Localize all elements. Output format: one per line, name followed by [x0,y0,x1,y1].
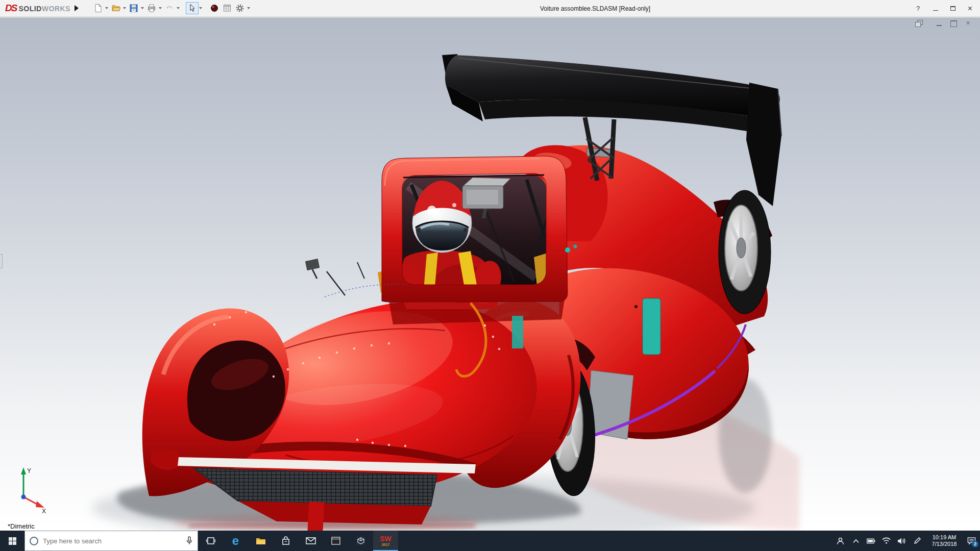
action-center-button[interactable]: 2 [967,537,976,545]
open-dropdown-icon[interactable] [123,7,126,9]
appearance-sphere-icon [210,4,219,13]
options-gear-icon [235,4,244,13]
volume-button[interactable] [897,537,906,545]
battery-icon [867,538,875,544]
document-window-controls: × [915,20,972,27]
system-tray: 10:19 AM 7/13/2018 2 [836,531,980,551]
select-tool-button[interactable] [186,2,199,14]
window-controls: ? × [911,0,977,17]
clock[interactable]: 10:19 AM 7/13/2018 [928,534,961,547]
cad-viewer-button[interactable] [348,531,373,551]
network-button[interactable] [882,537,891,545]
undo-dropdown-icon[interactable] [177,7,180,9]
notification-badge: 2 [972,541,978,547]
task-view-button[interactable] [198,531,223,551]
battery-button[interactable] [867,537,875,545]
search-input[interactable] [43,537,181,545]
clock-time: 10:19 AM [928,534,961,541]
task-view-icon [206,536,216,545]
main-toolbar [92,2,252,14]
open-folder-icon [111,4,120,13]
mail-button[interactable] [298,531,323,551]
clock-date: 7/13/2018 [928,541,961,547]
print-icon [147,4,156,13]
hidden-icons-button[interactable] [851,537,860,545]
maximize-icon [950,6,955,11]
print-dropdown-icon[interactable] [159,7,162,9]
orientation-triad: Y X [21,467,46,515]
speaker-icon [897,537,906,545]
design-table-icon [223,4,232,13]
cad-cube-icon [356,536,365,545]
brand-solid: SOLID [18,5,41,13]
wifi-icon [882,537,891,544]
menu-flyout-arrow-icon[interactable] [75,5,79,11]
solidworks-logo: DS SOLID WORKS [5,3,70,14]
people-icon [836,537,845,545]
console-window-icon [331,537,340,545]
pen-button[interactable] [913,537,921,545]
model-render-race-car[interactable]: Y X [0,17,980,531]
titlebar: DS SOLID WORKS [0,0,980,17]
options-button[interactable] [234,2,247,14]
start-button[interactable] [0,531,24,551]
solidworks-2017-icon: SW 2017 [380,535,391,546]
edge-icon: e [232,535,239,547]
taskbar-search[interactable] [24,531,198,551]
ds-logo-mark: DS [5,3,16,14]
console-app-button[interactable] [323,531,348,551]
people-button[interactable] [836,537,845,545]
taskbar: e SW 2017 [0,531,980,551]
window-title: Voiture assomblee.SLDASM [Read-only] [540,0,650,17]
chevron-up-icon [852,539,860,543]
select-cursor-icon [187,4,197,13]
design-table-button[interactable] [221,2,234,14]
appearance-button[interactable] [208,2,221,14]
minimize-icon [933,10,938,11]
microphone-icon[interactable] [186,536,193,545]
store-bag-icon [281,536,290,545]
undo-button[interactable] [163,2,176,14]
new-document-button[interactable] [92,2,105,14]
undo-icon [165,4,174,13]
left-pane-splitter-handle[interactable] [0,254,3,268]
close-button[interactable]: × [963,3,977,15]
mail-icon [306,537,316,545]
view-orientation-label: *Dimetric [8,522,35,530]
brand-works: WORKS [42,5,70,13]
windows-logo-icon [9,537,16,545]
triad-y-label: Y [27,467,31,474]
file-explorer-icon [256,537,266,545]
child-window-maximize-icon[interactable] [950,20,958,27]
pen-icon [913,537,921,545]
store-button[interactable] [273,531,298,551]
edge-button[interactable]: e [223,531,248,551]
save-button[interactable] [128,2,140,14]
new-dropdown-icon[interactable] [105,7,108,9]
triad-x-label: X [42,508,46,515]
minimize-button[interactable] [928,3,942,15]
help-button[interactable]: ? [911,3,925,15]
child-window-minimize-icon[interactable] [936,20,943,27]
print-button[interactable] [145,2,158,14]
maximize-button[interactable] [946,3,960,15]
cortana-icon [30,537,38,545]
new-document-icon [93,4,103,13]
child-window-restore-icon[interactable] [915,20,923,27]
save-dropdown-icon[interactable] [141,7,144,9]
graphics-area[interactable]: Y X × *Dimetric [0,17,980,531]
solidworks-2017-button[interactable]: SW 2017 [373,531,398,551]
open-button[interactable] [110,2,122,14]
save-floppy-icon [129,4,138,13]
options-dropdown-icon[interactable] [247,7,250,9]
file-explorer-button[interactable] [248,531,273,551]
select-dropdown-icon[interactable] [199,7,202,9]
child-window-close-icon[interactable]: × [964,20,972,27]
